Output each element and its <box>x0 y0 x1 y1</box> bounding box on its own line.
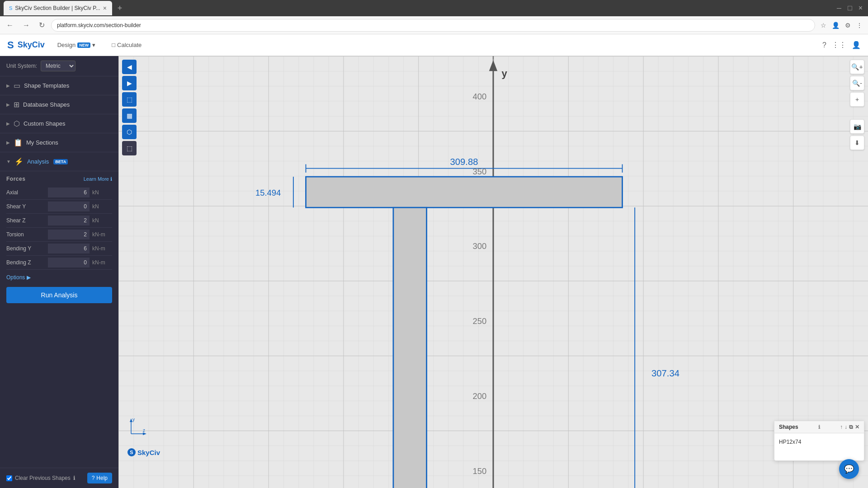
polygon-tool-btn[interactable]: ⬡ <box>122 125 137 139</box>
svg-text:150: 150 <box>473 466 487 476</box>
tab-close-btn[interactable]: × <box>103 5 107 12</box>
analysis-label: Analysis <box>27 158 49 165</box>
svg-rect-12 <box>393 207 427 488</box>
analysis-icon: ⚡ <box>14 157 24 166</box>
bending-z-input[interactable] <box>48 258 90 267</box>
minimize-btn[interactable]: ─ <box>835 4 843 13</box>
svg-text:350: 350 <box>473 167 487 176</box>
profile-icon[interactable]: 👤 <box>830 20 841 31</box>
force-row-bending-y: Bending Y kN-m <box>6 242 112 256</box>
design-chevron-icon: ▾ <box>92 42 95 48</box>
sidebar-item-shape-templates[interactable]: ▶ ▭ Shape Templates <box>0 76 118 95</box>
clear-info-icon: ℹ <box>73 475 75 481</box>
account-icon[interactable]: 👤 <box>852 41 861 49</box>
address-bar-row: ← → ↻ ☆ 👤 ⚙ ⋮ <box>0 16 868 34</box>
sidebar-item-analysis[interactable]: ▼ ⚡ Analysis BETA <box>0 152 118 171</box>
fit-btn[interactable]: + <box>850 92 864 107</box>
svg-text:307.34: 307.34 <box>651 368 679 378</box>
force-row-shear-y: Shear Y kN <box>6 200 112 214</box>
app-header: S SkyCiv Design NEW ▾ □ Calculate ? ⋮⋮ 👤 <box>0 34 868 56</box>
bending-y-label: Bending Y <box>6 244 48 253</box>
forces-title: Forces <box>6 176 25 182</box>
zoom-in-btn[interactable]: 🔍+ <box>850 60 864 74</box>
reload-btn[interactable]: ↻ <box>36 19 47 31</box>
camera-btn[interactable]: 📷 <box>850 119 864 134</box>
shape-item[interactable]: HP12x74 <box>779 437 859 447</box>
window-controls: ─ □ × <box>835 3 864 13</box>
shapes-panel-actions: ↑ ↓ ⧉ ✕ <box>840 424 859 430</box>
help-text: Help <box>96 475 108 481</box>
maximize-btn[interactable]: □ <box>846 3 854 13</box>
move-up-icon[interactable]: ↑ <box>840 424 843 430</box>
new-badge: NEW <box>77 42 90 48</box>
svg-text:200: 200 <box>473 391 487 401</box>
sidebar-item-database-shapes[interactable]: ▶ ⊞ Database Shapes <box>0 95 118 114</box>
bending-y-input[interactable] <box>48 244 90 253</box>
unit-select[interactable]: Metric Imperial <box>41 61 75 71</box>
shape-templates-label: Shape Templates <box>24 82 69 89</box>
menu-icon[interactable]: ⋮ <box>854 20 864 31</box>
sidebar: Unit System: Metric Imperial ▶ ▭ Shape T… <box>0 56 118 488</box>
zoom-out-btn[interactable]: 🔍- <box>850 76 864 90</box>
canvas-svg[interactable]: 309.88 15.494 307.34 15.494 309.88 15.49… <box>118 56 868 488</box>
design-label: Design <box>57 42 75 48</box>
svg-text:15.494: 15.494 <box>255 188 281 197</box>
coord-system: S SkyCiv <box>127 448 160 456</box>
beta-badge: BETA <box>53 159 68 164</box>
delete-icon[interactable]: ✕ <box>855 424 859 430</box>
svg-text:y: y <box>132 417 135 422</box>
chevron-right-icon: ▶ <box>6 102 10 107</box>
clear-previous-checkbox[interactable] <box>6 475 12 481</box>
custom-shapes-icon: ⬡ <box>14 119 20 128</box>
address-input[interactable] <box>51 19 815 32</box>
shear-z-label: Shear Z <box>6 216 48 225</box>
sidebar-footer: Clear Previous Shapes ℹ ? Help <box>0 468 118 488</box>
help-icon: ? <box>92 475 95 481</box>
learn-more-link[interactable]: Learn More ℹ <box>84 176 112 182</box>
options-chevron-icon: ▶ <box>27 274 31 281</box>
axial-unit: kN <box>90 189 112 196</box>
copy-icon[interactable]: ⧉ <box>849 424 853 430</box>
shear-z-input[interactable] <box>48 216 90 225</box>
axial-input[interactable] <box>48 188 90 197</box>
database-shapes-icon: ⊞ <box>14 100 19 109</box>
shear-y-unit: kN <box>90 203 112 210</box>
active-tab[interactable]: S SkyCiv Section Builder | SkyCiv P... × <box>4 1 112 15</box>
help-btn[interactable]: ? Help <box>87 473 112 483</box>
shapes-panel: Shapes ℹ ↑ ↓ ⧉ ✕ HP12x74 <box>774 421 864 461</box>
pan-left-btn[interactable]: ◀ <box>122 60 137 74</box>
tab-favicon: S <box>9 5 12 11</box>
force-row-torsion: Torsion kN-m <box>6 228 112 242</box>
calculate-btn[interactable]: □ Calculate <box>108 40 145 50</box>
sidebar-item-my-sections[interactable]: ▶ 📋 My Sections <box>0 133 118 152</box>
select-tool-btn[interactable]: ⬚ <box>122 92 137 107</box>
shapes-panel-body: HP12x74 <box>774 433 864 460</box>
section-tool-btn[interactable]: ▦ <box>122 108 137 123</box>
design-btn[interactable]: Design NEW ▾ <box>54 40 99 50</box>
extension-icon[interactable]: ⚙ <box>843 20 853 31</box>
my-sections-icon: 📋 <box>14 138 23 147</box>
forces-header: Forces Learn More ℹ <box>6 176 112 182</box>
shear-y-input[interactable] <box>48 202 90 211</box>
download-btn[interactable]: ⬇ <box>850 136 864 150</box>
move-down-icon[interactable]: ↓ <box>844 424 847 430</box>
forces-table: Axial kN Shear Y kN Shear Z kN Torsion <box>6 186 112 270</box>
pan-right-btn[interactable]: ▶ <box>122 76 137 90</box>
sidebar-item-custom-shapes[interactable]: ▶ ⬡ Custom Shapes <box>0 114 118 133</box>
apps-icon[interactable]: ⋮⋮ <box>832 41 846 49</box>
close-btn[interactable]: × <box>857 3 864 13</box>
new-tab-btn[interactable]: + <box>116 2 124 15</box>
svg-text:400: 400 <box>473 92 487 101</box>
edit-tool-btn[interactable]: ⬚ <box>122 141 137 155</box>
chevron-right-icon: ▶ <box>6 140 10 145</box>
unit-label: Unit System: <box>6 63 37 69</box>
bookmark-icon[interactable]: ☆ <box>819 20 828 31</box>
back-btn[interactable]: ← <box>4 19 16 31</box>
forward-btn[interactable]: → <box>20 19 33 31</box>
options-row[interactable]: Options ▶ <box>6 270 112 285</box>
chat-btn[interactable]: 💬 <box>839 459 859 479</box>
run-analysis-btn[interactable]: Run Analysis <box>6 287 112 303</box>
torsion-input[interactable] <box>48 230 90 239</box>
clear-previous-label[interactable]: Clear Previous Shapes ℹ <box>6 475 75 481</box>
help-icon[interactable]: ? <box>822 41 826 49</box>
